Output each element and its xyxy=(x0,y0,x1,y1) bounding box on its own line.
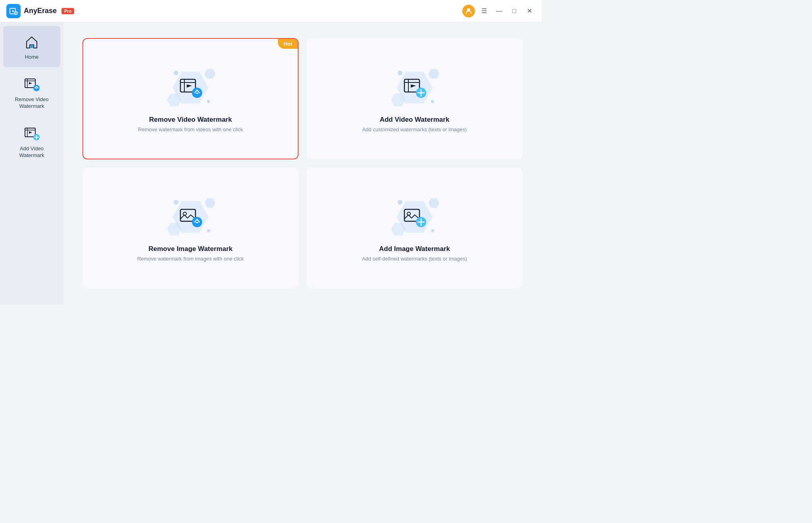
card-title-add-image: Add Image Watermark xyxy=(379,245,450,253)
logo-icon xyxy=(6,4,21,18)
card-desc-add-video: Add customized watermarks (texts or imag… xyxy=(362,126,467,133)
svg-marker-26 xyxy=(411,84,416,88)
add-video-watermark-card[interactable]: Add Video Watermark Add customized water… xyxy=(306,38,523,159)
svg-marker-13 xyxy=(29,131,32,134)
card-icon-remove-image xyxy=(165,195,216,239)
svg-rect-22 xyxy=(196,93,198,94)
remove-video-icon xyxy=(23,76,40,93)
svg-rect-3 xyxy=(31,45,33,48)
svg-rect-33 xyxy=(196,222,198,223)
card-icon-add-image xyxy=(389,195,440,239)
sidebar-remove-video-label: Remove VideoWatermark xyxy=(15,96,48,110)
hot-badge: Hot xyxy=(278,39,298,49)
minimize-button[interactable]: — xyxy=(493,5,505,17)
home-icon xyxy=(23,33,40,51)
add-image-watermark-card[interactable]: Add Image Watermark Add self-defined wat… xyxy=(306,167,523,289)
content-area: Hot Remove Video Wat xyxy=(63,22,542,305)
card-title-remove-video: Remove Video Watermark xyxy=(149,116,232,124)
card-icon-add-video xyxy=(389,66,440,109)
maximize-button[interactable]: □ xyxy=(508,5,520,17)
card-desc-remove-image: Remove watermark from images with one cl… xyxy=(137,255,244,262)
card-desc-add-image: Add self-defined watermarks (texts or im… xyxy=(362,255,467,262)
menu-button[interactable]: ☰ xyxy=(478,5,490,17)
sidebar-home-label: Home xyxy=(25,54,39,61)
remove-image-watermark-card[interactable]: Remove Image Watermark Remove watermark … xyxy=(82,167,299,289)
svg-marker-20 xyxy=(187,84,192,88)
pro-badge: Pro xyxy=(61,8,74,14)
titlebar-actions: ☰ — □ ✕ xyxy=(462,5,535,17)
sidebar: Home Remove VideoWatermark xyxy=(0,22,63,305)
card-icon-remove-video xyxy=(165,66,216,109)
card-desc-remove-video: Remove watermark from videos with one cl… xyxy=(138,126,243,133)
user-avatar-button[interactable] xyxy=(462,5,475,17)
card-title-add-video: Add Video Watermark xyxy=(380,116,450,124)
sidebar-item-home[interactable]: Home xyxy=(3,26,60,67)
add-video-icon xyxy=(23,125,40,142)
svg-rect-9 xyxy=(36,88,37,89)
app-logo: AnyErase Pro xyxy=(6,4,74,18)
titlebar: AnyErase Pro ☰ — □ ✕ xyxy=(0,0,542,22)
main-layout: Home Remove VideoWatermark xyxy=(0,22,542,305)
close-button[interactable]: ✕ xyxy=(523,5,535,17)
sidebar-item-remove-video[interactable]: Remove VideoWatermark xyxy=(3,69,60,116)
remove-video-watermark-card[interactable]: Hot Remove Video Wat xyxy=(82,38,299,159)
card-title-remove-image: Remove Image Watermark xyxy=(149,245,233,253)
sidebar-item-add-video[interactable]: Add VideoWatermark xyxy=(3,118,60,165)
sidebar-add-video-label: Add VideoWatermark xyxy=(19,146,44,159)
svg-marker-7 xyxy=(29,82,32,84)
app-name-text: AnyErase xyxy=(24,7,57,15)
